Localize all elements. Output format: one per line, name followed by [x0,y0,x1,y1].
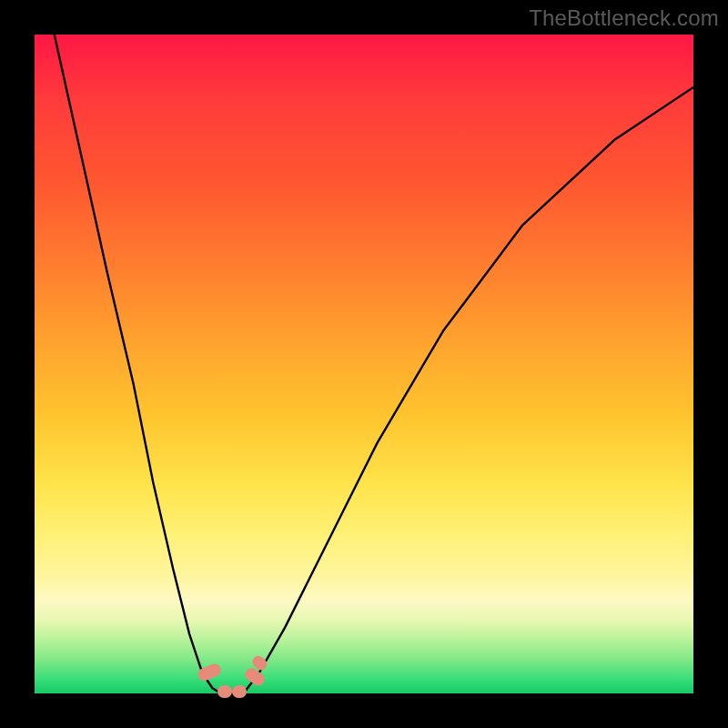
data-marker [217,685,232,698]
plot-area [35,35,693,693]
data-marker [232,685,247,698]
watermark-text: TheBottleneck.com [529,5,719,31]
bottleneck-curve [35,35,693,693]
chart-frame: TheBottleneck.com [0,0,728,728]
